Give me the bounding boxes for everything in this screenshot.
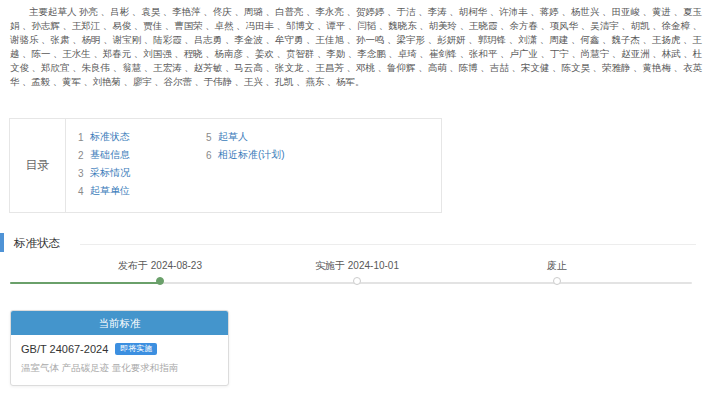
toc-item-standard-status[interactable]: 1 标准状态 bbox=[78, 128, 206, 146]
card-body: GB/T 24067-2024 即将实施 温室气体 产品碳足迹 量化要求和指南 bbox=[11, 335, 228, 375]
timeline-stage-implemented: 实施于 2024-10-01 bbox=[272, 258, 442, 285]
toc-item-number: 5 bbox=[206, 132, 218, 143]
current-standard-card[interactable]: 当前标准 GB/T 24067-2024 即将实施 温室气体 产品碳足迹 量化要… bbox=[10, 310, 229, 386]
toc-item-label: 相近标准(计划) bbox=[218, 148, 285, 162]
section-divider-line bbox=[80, 244, 696, 245]
timeline-stage-label: 实施于 2024-10-01 bbox=[272, 258, 442, 274]
timeline-dot-abolished bbox=[553, 277, 561, 285]
toc-item-label: 标准状态 bbox=[90, 130, 130, 144]
toc-item-number: 6 bbox=[206, 150, 218, 161]
toc-item-label: 基础信息 bbox=[90, 148, 130, 162]
card-title-row: GB/T 24067-2024 即将实施 bbox=[21, 343, 218, 355]
toc-item-number: 1 bbox=[78, 132, 90, 143]
standard-code: GB/T 24067-2024 bbox=[21, 343, 108, 355]
standard-detail-page: 主要起草人 孙亮 、吕彬 、袁昊 、李艳萍 、佟庆 、周璐 、白普亮 、李永亮 … bbox=[0, 0, 708, 403]
timeline-dot-implemented bbox=[353, 277, 361, 285]
toc-item-adoption-status[interactable]: 3 采标情况 bbox=[78, 164, 206, 182]
toc-item-drafting-units[interactable]: 4 起草单位 bbox=[78, 182, 206, 200]
toc-item-number: 2 bbox=[78, 150, 90, 161]
toc-column-left: 1 标准状态 2 基础信息 3 采标情况 4 起草单位 bbox=[78, 128, 206, 212]
toc-item-drafters[interactable]: 5 起草人 bbox=[206, 128, 285, 146]
timeline-stage-label: 发布于 2024-08-23 bbox=[75, 258, 245, 274]
toc-heading: 目录 bbox=[10, 119, 66, 212]
status-badge: 即将实施 bbox=[115, 343, 157, 355]
section-title: 标准状态 bbox=[14, 236, 60, 251]
toc-columns: 1 标准状态 2 基础信息 3 采标情况 4 起草单位 5 bbox=[66, 119, 441, 212]
drafters-paragraph: 主要起草人 孙亮 、吕彬 、袁昊 、李艳萍 、佟庆 、周璐 、白普亮 、李永亮 … bbox=[10, 5, 702, 89]
timeline-dot-published bbox=[156, 277, 164, 285]
toc-item-similar-standards[interactable]: 6 相近标准(计划) bbox=[206, 146, 285, 164]
card-header: 当前标准 bbox=[11, 311, 228, 335]
standard-name: 温室气体 产品碳足迹 量化要求和指南 bbox=[21, 362, 218, 375]
toc-column-right: 5 起草人 6 相近标准(计划) bbox=[206, 128, 285, 212]
toc-item-label: 采标情况 bbox=[90, 166, 130, 180]
timeline-stage-abolished: 废止 bbox=[472, 258, 642, 285]
toc-item-label: 起草单位 bbox=[90, 184, 130, 198]
section-header-standard-status: 标准状态 bbox=[0, 233, 708, 253]
timeline-stage-label: 废止 bbox=[472, 258, 642, 274]
timeline-stage-published: 发布于 2024-08-23 bbox=[75, 258, 245, 285]
section-accent-bar bbox=[0, 233, 4, 252]
toc-item-label: 起草人 bbox=[218, 130, 248, 144]
toc-item-basic-info[interactable]: 2 基础信息 bbox=[78, 146, 206, 164]
toc-item-number: 4 bbox=[78, 186, 90, 197]
toc-box: 目录 1 标准状态 2 基础信息 3 采标情况 4 起草单位 bbox=[9, 118, 442, 213]
toc-item-number: 3 bbox=[78, 168, 90, 179]
status-timeline: 发布于 2024-08-23 实施于 2024-10-01 废止 bbox=[0, 258, 708, 298]
